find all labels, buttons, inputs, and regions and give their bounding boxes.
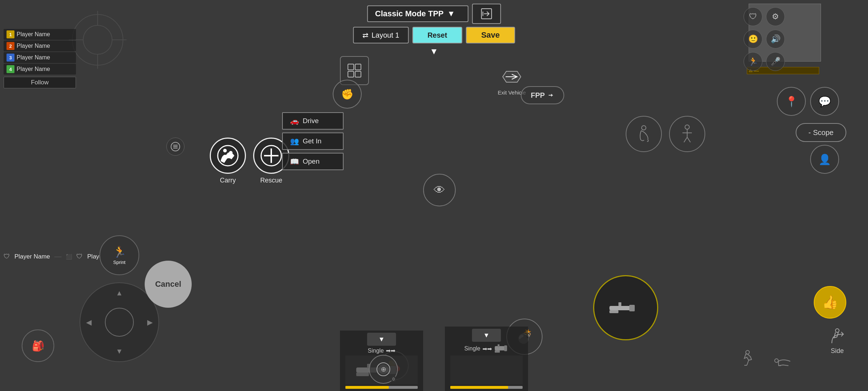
svg-rect-32 <box>618 302 621 306</box>
collapse-chevron[interactable]: ▼ <box>430 46 438 56</box>
save-button[interactable]: Save <box>466 27 515 43</box>
weapon-slot-2: ▼ Single ➡➡ <box>445 327 528 391</box>
player-item-1[interactable]: 1 Player Name <box>4 29 76 40</box>
sprint-label: Sprint <box>113 260 125 265</box>
settings-button[interactable]: ⚙ <box>766 7 785 26</box>
add-friend-button[interactable]: 👤 <box>810 145 839 174</box>
icon-row-3: 🏃 🎤 <box>744 52 785 71</box>
exit-button[interactable] <box>472 4 501 24</box>
svg-line-29 <box>687 137 690 142</box>
joystick-area[interactable]: 🏃 Sprint ◀ ▶ ▲ ▼ <box>80 235 159 362</box>
carry-label: Carry <box>220 177 236 184</box>
player-num-1: 1 <box>7 30 14 38</box>
fire-button[interactable] <box>593 275 658 340</box>
icon-row-1: 🛡 ⚙ <box>744 7 785 26</box>
weapon-slots: ▼ Single ➡➡ ▼ Single ➡➡ <box>340 327 528 391</box>
fire-mode-1-arrows: ➡➡ <box>386 347 395 354</box>
weapon-slot-2-ammo-bar <box>450 386 523 389</box>
svg-point-35 <box>746 350 749 354</box>
smiley-button[interactable]: 🙂 <box>744 30 762 49</box>
thumbsup-button[interactable]: 👍 <box>814 286 846 319</box>
chat-button[interactable]: 💬 <box>810 87 839 116</box>
top-bar: Classic Mode TPP ▼ ⇄ Layout 1 Reset Save… <box>353 4 515 56</box>
char-crouching-button[interactable] <box>626 116 662 152</box>
svg-rect-21 <box>348 71 354 77</box>
weapon-slot-1-firemode: Single ➡➡ <box>368 347 395 354</box>
hand-button[interactable]: ✊ <box>333 80 362 109</box>
svg-rect-22 <box>355 71 361 77</box>
mode-select-dropdown[interactable]: Classic Mode TPP ▼ <box>367 5 468 22</box>
player-item-4[interactable]: 4 Player Name <box>4 64 76 75</box>
svg-text:⊕: ⊕ <box>381 366 386 373</box>
drive-label: Drive <box>303 117 319 125</box>
shield-button[interactable]: 🛡 <box>744 7 762 26</box>
backpack-button[interactable]: 🎒 <box>22 329 54 362</box>
side-button[interactable]: Side <box>828 327 846 355</box>
arrow-down-icon: ▼ <box>116 347 123 356</box>
drive-button[interactable]: 🚗 Drive <box>282 112 344 130</box>
heal-item-button[interactable]: ⊕ 0 <box>369 355 398 384</box>
weapon-slot-1-chevron[interactable]: ▼ <box>367 333 396 346</box>
weapon-slot-2-chevron[interactable]: ▼ <box>472 329 501 342</box>
run-button-top[interactable]: 🏃 <box>744 52 762 71</box>
eye-button[interactable]: 👁 <box>423 174 456 206</box>
hand-icon: ✊ <box>341 88 354 100</box>
fire-mode-2-label: Single <box>464 345 480 352</box>
fpp-button[interactable]: FPP <box>521 86 564 104</box>
player-list: 1 Player Name 2 Player Name 3 Player Nam… <box>4 29 76 88</box>
open-label: Open <box>303 157 319 165</box>
prone-button[interactable] <box>772 355 796 369</box>
prone-icon: ⬛ <box>66 254 72 260</box>
scope-button[interactable]: - Scope <box>796 123 846 142</box>
thumbsup-icon: 👍 <box>822 295 838 310</box>
location-button[interactable]: 📍 <box>777 87 806 116</box>
weapon-slot-2-firemode: Single ➡➡ <box>464 343 509 354</box>
hud-list-button[interactable] <box>166 138 184 156</box>
fpp-label: FPP <box>531 91 545 100</box>
location-icon: 📍 <box>785 96 798 108</box>
arrow-right-icon: ▶ <box>147 318 153 327</box>
action-area: Carry Rescue <box>210 138 289 184</box>
svg-point-24 <box>642 126 646 130</box>
char-buttons <box>626 116 705 152</box>
get-in-button[interactable]: 👥 Get In <box>282 133 344 150</box>
player-item-3[interactable]: 3 Player Name <box>4 52 76 63</box>
svg-point-4 <box>83 25 112 54</box>
fpp-area: FPP <box>521 86 564 104</box>
svg-point-34 <box>835 329 839 332</box>
kneel-button[interactable] <box>738 349 758 369</box>
layout-label: Layout 1 <box>371 31 399 39</box>
get-in-icon: 👥 <box>290 137 299 146</box>
player-item-2[interactable]: 2 Player Name <box>4 41 76 51</box>
open-button[interactable]: 📖 Open <box>282 153 344 170</box>
cancel-button[interactable]: Cancel <box>145 261 192 308</box>
svg-rect-44 <box>504 345 507 351</box>
layout-button[interactable]: ⇄ Layout 1 <box>353 27 409 43</box>
shield-icon-left: 🛡 <box>4 253 10 260</box>
get-in-label: Get In <box>303 137 322 145</box>
player-num-2: 2 <box>7 42 14 50</box>
layout-swap-icon: ⇄ <box>362 31 369 39</box>
svg-point-38 <box>775 359 778 362</box>
open-icon: 📖 <box>290 157 299 166</box>
reset-button[interactable]: Reset <box>412 27 462 43</box>
location-chat-area: 📍 💬 <box>777 87 839 116</box>
arrow-up-icon: ▲ <box>116 289 123 297</box>
carry-button[interactable]: Carry <box>210 138 246 184</box>
sprint-button[interactable]: 🏃 Sprint <box>99 235 139 275</box>
mic-button[interactable]: 🎤 <box>766 52 785 71</box>
backpack-icon: 🎒 <box>32 340 44 352</box>
player-num-3: 3 <box>7 54 14 62</box>
svg-rect-31 <box>629 305 635 311</box>
fire-mode-1-label: Single <box>368 348 384 354</box>
player-name-4: Player Name <box>17 66 50 72</box>
svg-line-36 <box>747 360 749 365</box>
svg-rect-45 <box>498 344 499 347</box>
top-right-icon-col: 🛡 ⚙ 🙂 🔊 🏃 🎤 <box>744 7 785 71</box>
follow-button[interactable]: Follow <box>4 77 76 88</box>
char-standing-button[interactable] <box>669 116 705 152</box>
mode-label: Classic Mode TPP <box>375 9 444 18</box>
speaker-button[interactable]: 🔊 <box>766 30 785 49</box>
svg-rect-43 <box>495 346 505 350</box>
joystick-arrows: ◀ ▶ ▲ ▼ <box>83 286 156 358</box>
